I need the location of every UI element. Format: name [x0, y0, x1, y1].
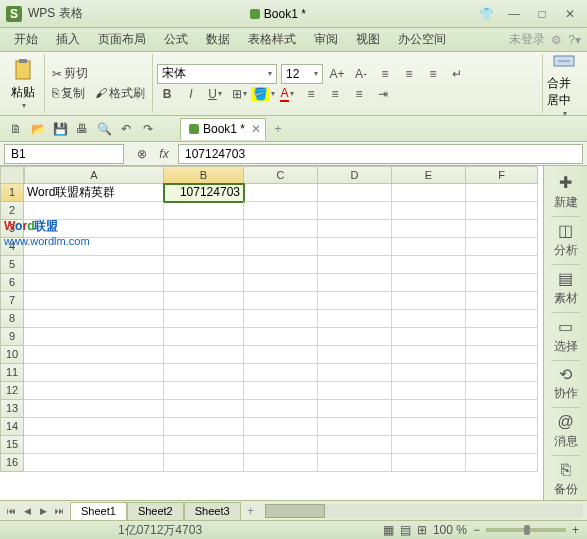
sheet-nav-first[interactable]: ⏮ [4, 504, 18, 518]
cell-C15[interactable] [244, 436, 318, 454]
cell-C6[interactable] [244, 274, 318, 292]
wrap-button[interactable]: ↵ [447, 64, 467, 84]
sheet-tab-Sheet1[interactable]: Sheet1 [70, 502, 127, 520]
cell-D14[interactable] [318, 418, 392, 436]
cell-E10[interactable] [392, 346, 466, 364]
cell-D7[interactable] [318, 292, 392, 310]
cell-E15[interactable] [392, 436, 466, 454]
cell-E7[interactable] [392, 292, 466, 310]
view-break-icon[interactable]: ⊞ [417, 523, 427, 537]
cell-A8[interactable] [24, 310, 164, 328]
select-all-corner[interactable] [0, 166, 24, 184]
row-header-3[interactable]: 3 [0, 220, 24, 238]
cell-F8[interactable] [466, 310, 538, 328]
row-header-4[interactable]: 4 [0, 238, 24, 256]
cell-E2[interactable] [392, 202, 466, 220]
cell-F12[interactable] [466, 382, 538, 400]
col-header-F[interactable]: F [466, 166, 538, 184]
cell-D6[interactable] [318, 274, 392, 292]
row-header-8[interactable]: 8 [0, 310, 24, 328]
row-header-14[interactable]: 14 [0, 418, 24, 436]
col-header-D[interactable]: D [318, 166, 392, 184]
cell-F5[interactable] [466, 256, 538, 274]
cell-A12[interactable] [24, 382, 164, 400]
row-header-1[interactable]: 1 [0, 184, 24, 202]
view-normal-icon[interactable]: ▦ [383, 523, 394, 537]
fx-button[interactable]: fx [154, 144, 174, 164]
cell-D15[interactable] [318, 436, 392, 454]
font-name-combo[interactable]: 宋体▾ [157, 64, 277, 84]
cell-B15[interactable] [164, 436, 244, 454]
fill-color-button[interactable]: 🪣▾ [253, 84, 273, 104]
add-sheet-button[interactable]: + [241, 501, 261, 521]
cell-C5[interactable] [244, 256, 318, 274]
cell-F3[interactable] [466, 220, 538, 238]
cell-F10[interactable] [466, 346, 538, 364]
cell-B4[interactable] [164, 238, 244, 256]
row-header-15[interactable]: 15 [0, 436, 24, 454]
cell-F6[interactable] [466, 274, 538, 292]
cell-B5[interactable] [164, 256, 244, 274]
cell-C12[interactable] [244, 382, 318, 400]
zoom-in-button[interactable]: + [572, 523, 579, 537]
italic-button[interactable]: I [181, 84, 201, 104]
cell-B8[interactable] [164, 310, 244, 328]
cell-D2[interactable] [318, 202, 392, 220]
maximize-button[interactable]: □ [529, 5, 555, 23]
scroll-thumb[interactable] [265, 504, 325, 518]
copy-button[interactable]: ⎘复制 [49, 84, 88, 103]
cell-D1[interactable] [318, 184, 392, 202]
indent-button[interactable]: ⇥ [373, 84, 393, 104]
cell-B14[interactable] [164, 418, 244, 436]
row-header-7[interactable]: 7 [0, 292, 24, 310]
cell-A1[interactable]: Word联盟精英群 [24, 184, 164, 202]
font-size-combo[interactable]: 12▾ [281, 64, 323, 84]
underline-button[interactable]: U▾ [205, 84, 225, 104]
cell-F11[interactable] [466, 364, 538, 382]
skin-button[interactable]: 👕 [473, 5, 499, 23]
qat-open-icon[interactable]: 📂 [28, 119, 48, 139]
side-选择[interactable]: ▭选择 [546, 316, 586, 357]
cell-F4[interactable] [466, 238, 538, 256]
col-header-B[interactable]: B [164, 166, 244, 184]
side-消息[interactable]: @消息 [546, 411, 586, 452]
cell-C14[interactable] [244, 418, 318, 436]
cell-B9[interactable] [164, 328, 244, 346]
document-tab[interactable]: Book1 * ✕ [180, 118, 266, 140]
login-status[interactable]: 未登录 [509, 31, 545, 48]
name-box[interactable]: B1 [4, 144, 124, 164]
cell-B6[interactable] [164, 274, 244, 292]
cell-A6[interactable] [24, 274, 164, 292]
cell-F14[interactable] [466, 418, 538, 436]
cell-C2[interactable] [244, 202, 318, 220]
cell-A5[interactable] [24, 256, 164, 274]
cell-B13[interactable] [164, 400, 244, 418]
cell-A4[interactable] [24, 238, 164, 256]
side-协作[interactable]: ⟲协作 [546, 363, 586, 404]
col-header-A[interactable]: A [24, 166, 164, 184]
row-header-5[interactable]: 5 [0, 256, 24, 274]
qat-print-icon[interactable]: 🖶 [72, 119, 92, 139]
help-dropdown[interactable]: ?▾ [568, 33, 581, 47]
cell-A2[interactable] [24, 202, 164, 220]
cell-F7[interactable] [466, 292, 538, 310]
row-header-2[interactable]: 2 [0, 202, 24, 220]
cell-E4[interactable] [392, 238, 466, 256]
cell-E6[interactable] [392, 274, 466, 292]
cell-B7[interactable] [164, 292, 244, 310]
menu-review[interactable]: 审阅 [306, 29, 346, 50]
zoom-out-button[interactable]: − [473, 523, 480, 537]
cell-F16[interactable] [466, 454, 538, 472]
col-header-C[interactable]: C [244, 166, 318, 184]
side-素材[interactable]: ▤素材 [546, 268, 586, 309]
cell-C11[interactable] [244, 364, 318, 382]
cell-C16[interactable] [244, 454, 318, 472]
cell-E11[interactable] [392, 364, 466, 382]
menu-formula[interactable]: 公式 [156, 29, 196, 50]
zoom-handle[interactable] [524, 525, 530, 535]
menu-layout[interactable]: 页面布局 [90, 29, 154, 50]
cell-B11[interactable] [164, 364, 244, 382]
bold-button[interactable]: B [157, 84, 177, 104]
cell-A3[interactable] [24, 220, 164, 238]
menu-insert[interactable]: 插入 [48, 29, 88, 50]
